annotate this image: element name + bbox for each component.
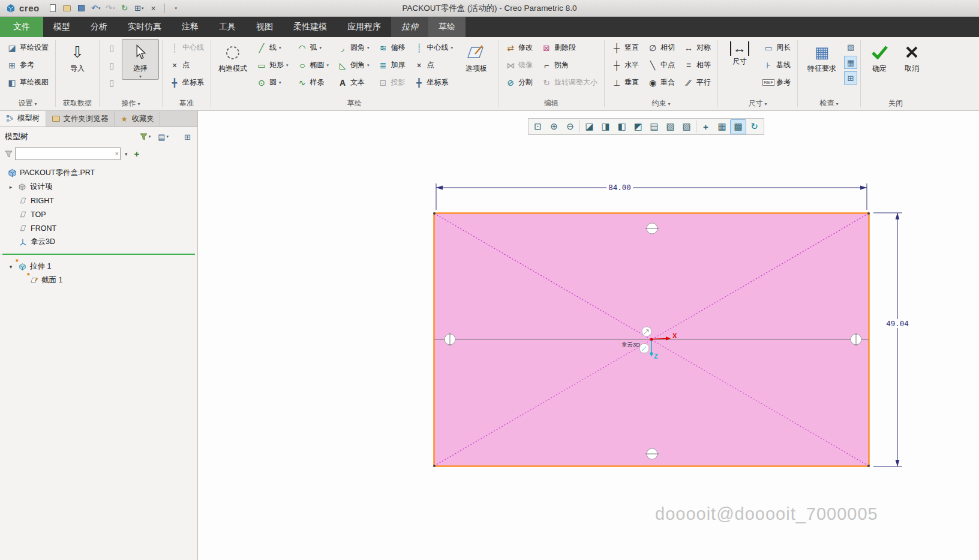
tab-model-tree[interactable]: 模型树	[0, 111, 46, 127]
dimension-button[interactable]: ↔ 尺寸	[721, 39, 758, 67]
coincident-constraint-button[interactable]: ◉重合	[644, 74, 678, 91]
spline-tool-button[interactable]: ∿样条	[293, 74, 333, 91]
save-button[interactable]	[76, 2, 88, 14]
tab-folder-browser[interactable]: 文件夹浏览器	[46, 111, 115, 127]
sketch-centerline-button[interactable]: ┊中心线▾	[410, 39, 457, 56]
regenerate-button[interactable]: ↻	[119, 2, 131, 14]
group-label-inspect[interactable]: 检查▾	[798, 98, 860, 110]
tab-tools[interactable]: 工具	[209, 17, 246, 37]
cancel-button[interactable]: 取消	[896, 39, 927, 74]
height-dimension[interactable]	[873, 213, 902, 466]
tree-item-design-items[interactable]: ▸ 设计项	[0, 180, 197, 194]
tab-view[interactable]: 视图	[246, 17, 283, 37]
close-window-button[interactable]: ×	[148, 2, 160, 14]
filter-add-button[interactable]: +	[132, 149, 142, 159]
tab-live-simulation[interactable]: 实时仿真	[118, 17, 172, 37]
modify-button[interactable]: ⇄修改	[501, 39, 536, 56]
tab-extrude-dashboard[interactable]: 拉伸	[391, 17, 428, 37]
tab-favorites[interactable]: ★ 收藏夹	[115, 111, 161, 127]
width-dimension[interactable]	[436, 183, 867, 210]
copy-button[interactable]: ▯	[103, 74, 121, 91]
arc-tool-button[interactable]: ◠弧▾	[293, 39, 333, 56]
midpoint-constraint-button[interactable]: ╲中点	[644, 56, 678, 74]
tab-file[interactable]: 文件	[0, 17, 43, 37]
line-tool-button[interactable]: ╱线▾	[253, 39, 292, 56]
import-button[interactable]: ⇩ 导入	[59, 39, 96, 74]
divide-button[interactable]: ⊘分割	[501, 74, 536, 91]
palette-button[interactable]: 选项板	[458, 39, 495, 74]
tangent-constraint-button[interactable]: ∅相切	[644, 39, 678, 56]
tab-model[interactable]: 模型	[43, 17, 80, 37]
shade-closed-loops-toggle[interactable]: ▧	[844, 40, 857, 53]
paste-special-button[interactable]: ▯	[103, 56, 121, 74]
symmetric-constraint-button[interactable]: ↔对称	[680, 39, 714, 56]
width-dimension-value[interactable]: 84.00	[606, 183, 633, 192]
tree-item-csys[interactable]: 拿云3D	[0, 235, 197, 249]
group-label-constrain[interactable]: 约束▾	[605, 98, 717, 110]
filter-dropdown-button[interactable]: ▾	[123, 149, 130, 159]
insert-here-indicator[interactable]	[2, 254, 195, 255]
tree-panes-button[interactable]: ⊞	[182, 131, 193, 143]
sketch-view-button[interactable]: ◧草绘视图	[3, 74, 52, 91]
ellipse-tool-button[interactable]: ○椭圆▾	[293, 56, 333, 74]
datum-point-button[interactable]: ×点	[166, 56, 208, 74]
datum-centerline-button[interactable]: ┊中心线	[166, 39, 208, 56]
offset-tool-button[interactable]: ≋偏移	[374, 39, 409, 56]
feature-requirements-button[interactable]: ▦ 特征要求	[801, 39, 843, 74]
open-file-button[interactable]	[61, 2, 73, 14]
references-button[interactable]: ⊞参考	[3, 56, 52, 74]
datum-csys-button[interactable]: ╋坐标系	[166, 74, 208, 91]
overlapping-geometry-toggle[interactable]: ⊞	[844, 71, 857, 85]
group-label-operations[interactable]: 操作▾	[100, 98, 162, 110]
origin-drag-handle[interactable]	[642, 327, 651, 336]
horizontal-constraint-button[interactable]: ┼水平	[608, 56, 642, 74]
tree-item-top-plane[interactable]: TOP	[0, 207, 197, 221]
graphics-area[interactable]: ⊡ ⊕ ⊖ ◪ ◨ ◧ ◩ ▤ ▧ ▨ + ▦ ▩ ↻	[198, 111, 979, 560]
collapse-arrow-icon[interactable]: ▾	[7, 264, 14, 270]
mirror-button[interactable]: ⋈镜像	[501, 56, 536, 74]
highlight-open-ends-toggle[interactable]: ▦	[844, 56, 857, 69]
tab-flexible-modeling[interactable]: 柔性建模	[283, 17, 337, 37]
group-label-dimension[interactable]: 尺寸▾	[718, 98, 797, 110]
tree-item-section[interactable]: * 截面 1	[0, 273, 197, 287]
text-tool-button[interactable]: A文本	[334, 74, 373, 91]
windows-button[interactable]: ⊞▾	[133, 2, 145, 14]
ok-button[interactable]: 确定	[864, 39, 895, 74]
tree-item-part[interactable]: PACKOUT零件盒.PRT	[0, 166, 197, 180]
paste-button[interactable]: ▯	[103, 39, 121, 56]
tab-sketch[interactable]: 草绘	[428, 17, 466, 37]
project-tool-button[interactable]: ⊡投影	[374, 74, 409, 91]
rotate-resize-button[interactable]: ↻旋转调整大小	[537, 74, 601, 91]
fillet-tool-button[interactable]: ◞圆角▾	[334, 39, 373, 56]
construction-mode-button[interactable]: 构造模式	[214, 39, 251, 74]
circle-tool-button[interactable]: ⊙圆▾	[253, 74, 292, 91]
customize-quick-access-button[interactable]: ▾	[170, 2, 182, 14]
tree-columns-button[interactable]: ▤▾	[156, 131, 170, 143]
tree-item-right-plane[interactable]: RIGHT	[0, 194, 197, 207]
baseline-dimension-button[interactable]: ⊦基线	[759, 56, 794, 74]
sketch-setup-button[interactable]: ◪草绘设置	[3, 39, 52, 56]
tab-analysis[interactable]: 分析	[80, 17, 118, 37]
redo-button[interactable]: ↷▾	[104, 2, 116, 14]
reference-dimension-button[interactable]: REF参考	[759, 74, 794, 91]
corner-button[interactable]: ⌐拐角	[537, 56, 601, 74]
clear-filter-icon[interactable]: ×	[115, 149, 119, 158]
group-label-settings[interactable]: 设置▾	[0, 98, 55, 110]
expand-arrow-icon[interactable]: ▸	[7, 184, 14, 190]
tab-applications[interactable]: 应用程序	[337, 17, 391, 37]
thicken-tool-button[interactable]: ≣加厚	[374, 56, 409, 74]
sketch-point-button[interactable]: ×点	[410, 56, 457, 74]
tab-annotate[interactable]: 注释	[172, 17, 209, 37]
new-file-button[interactable]	[47, 2, 59, 14]
undo-button[interactable]: ↶▾	[90, 2, 102, 14]
tree-item-front-plane[interactable]: FRONT	[0, 221, 197, 235]
equal-constraint-button[interactable]: =相等	[680, 56, 714, 74]
perimeter-dimension-button[interactable]: ▭周长	[759, 39, 794, 56]
delete-segment-button[interactable]: ⊠删除段	[537, 39, 601, 56]
vertical-constraint-button[interactable]: ┼竖直	[608, 39, 642, 56]
tree-filters-button[interactable]: ▾	[138, 132, 153, 141]
height-dimension-value[interactable]: 49.04	[884, 319, 911, 328]
chamfer-tool-button[interactable]: ◺倒角▾	[334, 56, 373, 74]
sketch-csys-button[interactable]: ╋坐标系	[410, 74, 457, 91]
parallel-constraint-button[interactable]: ∕∕平行	[680, 74, 714, 91]
